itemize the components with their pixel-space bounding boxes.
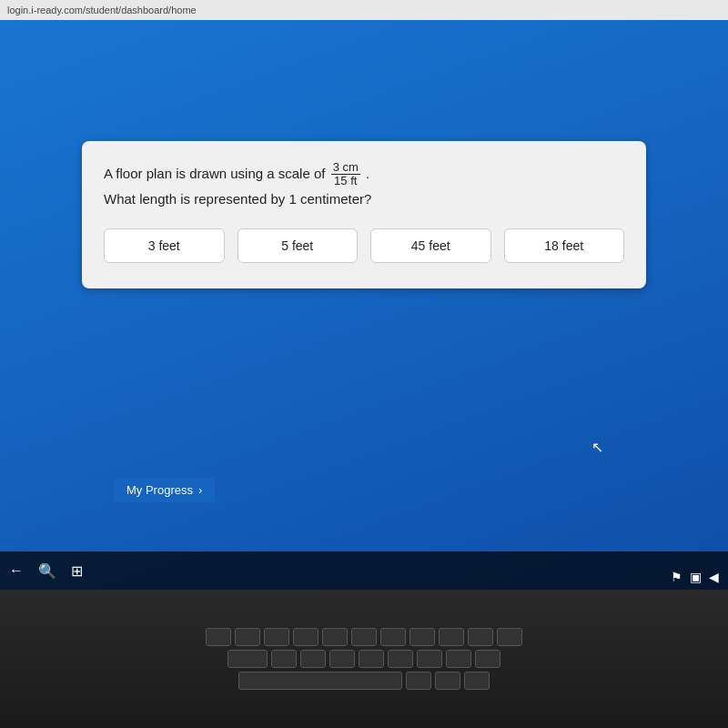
key [475,650,500,668]
key [435,672,460,690]
key [206,628,231,646]
tray-icon-2: ▣ [690,570,702,584]
my-progress-label: My Progress [126,483,193,497]
address-url: login.i-ready.com/student/dashboard/home [7,5,197,15]
apps-button[interactable]: ⊞ [71,562,83,580]
search-button[interactable]: 🔍 [38,562,56,580]
key [351,628,377,646]
fraction-denominator: 15 ft [332,175,359,187]
key [497,628,522,646]
key [417,650,442,668]
key [410,628,435,646]
question-text-part1: A floor plan is drawn using a scale of [104,166,325,181]
my-progress-button[interactable]: My Progress › [114,478,215,502]
question-text-part3: What length is represented by 1 centimet… [104,191,371,207]
question-text: A floor plan is drawn using a scale of 3… [104,161,624,210]
key [235,628,260,646]
fraction-display: 3 cm 15 ft [331,161,360,188]
option-18-feet[interactable]: 18 feet [504,228,625,263]
spacebar-key [238,672,402,690]
key [228,650,268,668]
back-button[interactable]: ← [9,562,24,579]
option-45-feet[interactable]: 45 feet [370,228,491,263]
key [446,650,471,668]
key [359,650,384,668]
system-tray: ⚑ ▣ ◀ [671,570,719,584]
scale-fraction: 3 cm 15 ft [329,166,366,181]
fraction-numerator: 3 cm [331,161,360,175]
chevron-icon: › [198,483,202,497]
tray-icon-1: ⚑ [671,570,682,584]
keyboard-row-2 [228,650,500,668]
answer-options: 3 feet 5 feet 45 feet 18 feet [104,228,624,263]
key [293,628,318,646]
key [322,628,348,646]
option-3-feet[interactable]: 3 feet [104,228,225,263]
key [439,628,464,646]
keyboard-row-3 [238,672,490,690]
key [388,650,413,668]
key [329,650,355,668]
key [464,672,490,690]
key [406,672,431,690]
address-bar: login.i-ready.com/student/dashboard/home [0,0,728,20]
laptop-bezel [0,590,728,728]
option-5-feet[interactable]: 5 feet [238,228,359,263]
key [380,628,406,646]
keyboard-area [0,590,728,728]
keyboard-row-1 [206,628,522,646]
key [271,650,297,668]
taskbar: ← 🔍 ⊞ [0,551,728,590]
key [264,628,289,646]
tray-icon-3: ◀ [709,570,719,584]
question-card: A floor plan is drawn using a scale of 3… [82,141,646,288]
question-text-period: . [366,166,369,181]
key [468,628,493,646]
key [300,650,326,668]
